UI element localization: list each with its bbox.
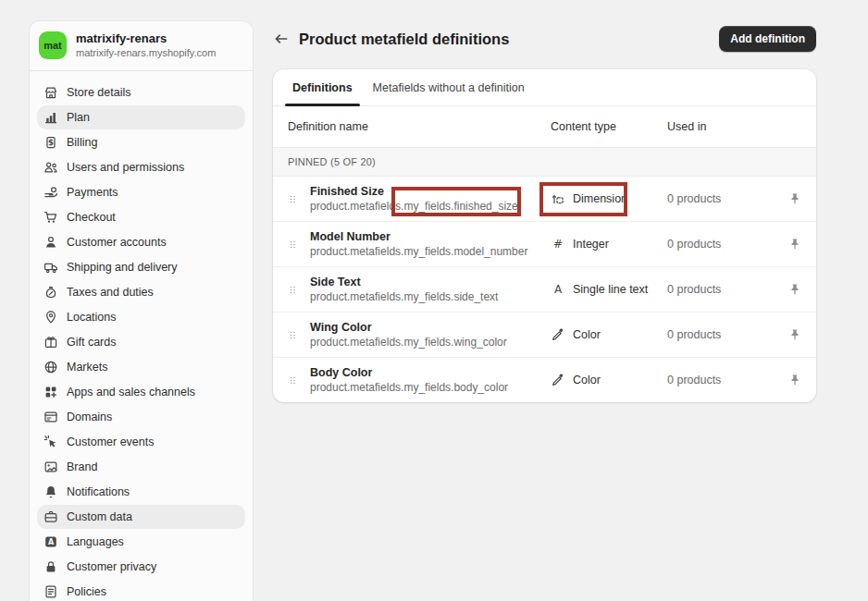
browser-icon [43,410,58,424]
used-in-value: 0 products [667,192,780,205]
definition-name[interactable]: Side Text [310,275,551,289]
shopify-settings-page: mat matrixify-renars matrixify-renars.my… [0,0,868,601]
sidebar-item-taxes-and-duties[interactable]: Taxes and duties [37,280,245,304]
sidebar-item-markets[interactable]: Markets [37,355,245,379]
sidebar-item-label: Locations [67,311,117,324]
integer-icon: # [551,237,565,251]
store-name: matrixify-renars [76,31,216,46]
drag-handle-icon[interactable] [288,283,310,297]
sidebar-item-label: Brand [67,460,97,473]
sidebar-item-label: Languages [67,535,124,548]
sidebar-item-label: Markets [67,361,107,374]
drag-handle-icon[interactable] [288,374,310,387]
definition-name-cell: Side Textproduct.metafields.my_fields.si… [310,275,551,304]
billing-icon: $ [43,135,58,150]
gift-card-icon [43,335,58,350]
sidebar-nav: Store detailsPlan$BillingUsers and permi… [30,71,253,601]
sidebar-item-users-and-permissions[interactable]: Users and permissions [37,155,245,179]
pin-icon[interactable] [788,328,801,341]
sidebar-item-store-details[interactable]: Store details [37,80,245,104]
content-type-label: Single line text [573,283,648,296]
table-row-side-text[interactable]: Side Textproduct.metafields.my_fields.si… [273,267,816,313]
definition-name[interactable]: Model Number [310,229,551,244]
svg-text:A: A [48,538,55,546]
pin-icon[interactable] [788,192,801,205]
definition-key: product.metafields.my_fields.side_text [310,289,551,304]
page-title: Product metafield definitions [299,31,710,48]
dimension-icon [551,191,565,206]
page-header: Product metafield definitions Add defini… [273,25,816,53]
pin-icon[interactable] [788,283,801,296]
table-header: Definition name Content type Used in [273,106,816,148]
sidebar-item-notifications[interactable]: Notifications [37,480,245,504]
sidebar-item-shipping-and-delivery[interactable]: Shipping and delivery [37,255,245,279]
custom-data-icon [43,509,58,524]
tab-definitions[interactable]: Definitions [285,69,360,105]
table-row-finished-size[interactable]: Finished Sizeproduct.metafields.my_field… [273,177,816,222]
back-arrow-icon[interactable] [273,31,290,47]
definition-name[interactable]: Wing Color [310,320,551,335]
used-in-value: 0 products [667,283,780,296]
lock-icon [43,559,58,574]
table-body: Finished Sizeproduct.metafields.my_field… [273,177,816,402]
sidebar-item-label: Domains [67,411,112,423]
table-row-wing-color[interactable]: Wing Colorproduct.metafields.my_fields.w… [273,313,816,358]
add-definition-button[interactable]: Add definition [719,26,816,52]
content-type-cell: #Integer [551,237,667,251]
sidebar-item-brand[interactable]: Brand [37,455,245,479]
sidebar-item-apps-and-sales-channels[interactable]: Apps and sales channels [37,380,245,404]
sidebar-item-checkout[interactable]: Checkout [37,205,245,229]
store-avatar: mat [39,31,67,59]
svg-text:A: A [554,283,563,296]
sidebar-item-label: Customer privacy [67,560,156,573]
definition-name-cell: Wing Colorproduct.metafields.my_fields.w… [310,320,551,350]
sidebar-item-domains[interactable]: Domains [37,405,245,429]
definition-name[interactable]: Body Color [310,365,551,380]
drag-handle-icon[interactable] [288,328,310,342]
sidebar-item-locations[interactable]: Locations [37,305,245,329]
store-switcher[interactable]: mat matrixify-renars matrixify-renars.my… [30,21,253,71]
drag-handle-icon[interactable] [288,238,310,251]
image-icon [43,460,58,474]
sidebar-item-label: Shipping and delivery [67,261,178,274]
person-icon [43,235,58,250]
column-definition-name: Definition name [288,120,551,133]
tab-metafields-without-a-definition[interactable]: Metafields without a definition [366,69,532,105]
pin-icon[interactable] [788,238,801,251]
sidebar-item-gift-cards[interactable]: Gift cards [37,330,245,354]
sidebar-item-billing[interactable]: $Billing [37,130,245,154]
sidebar-item-label: Checkout [67,211,116,224]
apps-grid-icon [43,385,58,399]
sidebar-item-label: Store details [67,86,130,99]
definition-key: product.metafields.my_fields.body_color [310,380,551,395]
definition-key: product.metafields.my_fields.model_numbe… [310,244,551,259]
color-icon [551,327,565,342]
truck-icon [43,260,58,275]
map-pin-icon [43,310,58,325]
sidebar-item-label: Customer events [67,435,154,448]
column-used-in: Used in [667,120,801,133]
sidebar-item-customer-privacy[interactable]: Customer privacy [37,555,245,579]
sidebar-item-label: Customer accounts [67,236,167,249]
column-content-type: Content type [551,120,667,133]
sidebar-item-payments[interactable]: Payments [37,180,245,204]
users-icon [43,160,58,175]
sidebar-item-plan[interactable]: Plan [37,105,245,129]
sidebar-item-languages[interactable]: ALanguages [37,530,245,554]
pin-icon[interactable] [788,374,801,386]
pinned-group-header: PINNED (5 OF 20) [273,148,816,177]
bell-icon [43,484,58,499]
money-bag-icon [43,285,58,300]
sidebar-item-customer-events[interactable]: Customer events [37,430,245,454]
table-row-body-color[interactable]: Body Colorproduct.metafields.my_fields.b… [273,358,816,402]
definition-name[interactable]: Finished Size [310,184,551,199]
sidebar-item-custom-data[interactable]: Custom data [37,505,245,529]
sidebar-item-policies[interactable]: Policies [37,580,245,601]
document-icon [43,584,58,599]
content-type-label: Integer [573,238,609,251]
sidebar-item-customer-accounts[interactable]: Customer accounts [37,230,245,254]
sidebar-item-label: Apps and sales channels [67,386,195,399]
table-row-model-number[interactable]: Model Numberproduct.metafields.my_fields… [273,222,816,267]
drag-handle-icon[interactable] [288,192,310,206]
color-icon [551,373,565,387]
